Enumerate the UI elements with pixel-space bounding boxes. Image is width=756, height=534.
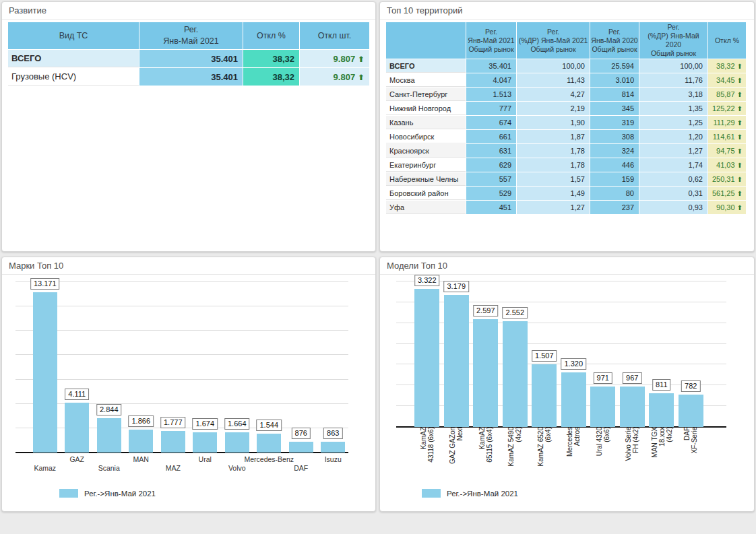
column-header[interactable]: Откл % xyxy=(243,22,299,49)
value-cell[interactable]: 1,87 xyxy=(517,130,590,143)
value-cell[interactable]: 1,74 xyxy=(639,158,707,172)
column-header[interactable]: Рег. (%ДР) Янв-Май 2021 Общий рынок xyxy=(517,22,590,59)
value-cell[interactable]: 1,90 xyxy=(517,116,590,129)
value-cell[interactable]: 35.401 xyxy=(139,50,243,67)
table-row[interactable]: Москва4.04711,433.01011,7634,45 ⬆ xyxy=(386,73,746,87)
value-cell[interactable]: 674 xyxy=(466,116,516,129)
value-cell[interactable]: 529 xyxy=(466,187,516,200)
value-cell[interactable]: 345 xyxy=(590,102,639,115)
value-cell[interactable]: 557 xyxy=(466,172,516,186)
row-label-cell[interactable]: Красноярск xyxy=(386,144,466,158)
table-row[interactable]: Набережные Челны5571,571590,62250,31 ⬆ xyxy=(386,172,746,186)
value-cell[interactable]: 38,32 xyxy=(243,50,299,67)
bar[interactable] xyxy=(590,387,615,427)
value-cell[interactable]: 3.010 xyxy=(590,73,639,87)
value-cell[interactable]: 35.401 xyxy=(466,59,516,73)
table-row[interactable]: Уфа4511,272370,9390,30 ⬆ xyxy=(386,201,746,214)
bar[interactable] xyxy=(620,387,645,427)
table-row[interactable]: Красноярск6311,783241,2794,75 ⬆ xyxy=(386,144,746,158)
value-cell[interactable]: 1,27 xyxy=(517,201,590,214)
value-cell[interactable]: 0,62 xyxy=(639,172,707,186)
value-cell[interactable]: 631 xyxy=(466,144,516,158)
value-cell[interactable]: 1,35 xyxy=(639,102,707,115)
column-header[interactable]: Откл % xyxy=(708,22,746,59)
row-label-cell[interactable]: Боровский район xyxy=(386,187,466,200)
value-cell[interactable]: 9.807 ⬆ xyxy=(300,50,369,67)
table-row[interactable]: Нижний Новгород7772,193451,35125,22 ⬆ xyxy=(386,102,746,115)
value-cell[interactable]: 114,61 ⬆ xyxy=(708,130,746,143)
value-cell[interactable]: 34,45 ⬆ xyxy=(708,73,746,87)
bar[interactable] xyxy=(97,418,121,453)
bar[interactable] xyxy=(321,442,345,453)
legend[interactable]: Рег.->Янв-Май 2021 xyxy=(59,489,156,498)
value-cell[interactable]: 38,32 ⬆ xyxy=(708,59,746,73)
value-cell[interactable]: 80 xyxy=(590,187,639,200)
value-cell[interactable]: 100,00 xyxy=(517,59,590,73)
row-label-cell[interactable]: Нижний Новгород xyxy=(386,102,466,115)
value-cell[interactable]: 25.594 xyxy=(590,59,639,73)
value-cell[interactable]: 319 xyxy=(590,116,639,129)
row-label-cell[interactable]: Грузовые (HCV) xyxy=(8,68,139,86)
value-cell[interactable]: 9.807 ⬆ xyxy=(300,68,369,86)
column-header[interactable]: Рег. Янв-Май 2021 xyxy=(139,22,243,49)
value-cell[interactable]: 1,78 xyxy=(517,158,590,172)
bar[interactable] xyxy=(225,432,249,453)
column-header[interactable]: Рег. Янв-Май 2020 Общий рынок xyxy=(590,22,639,59)
value-cell[interactable]: 1,20 xyxy=(639,130,707,143)
column-header[interactable]: Откл шт. xyxy=(300,22,369,49)
column-header[interactable]: Вид ТС xyxy=(8,22,139,49)
table-row[interactable]: Боровский район5291,49800,31561,25 ⬆ xyxy=(386,187,746,200)
value-cell[interactable]: 85,87 ⬆ xyxy=(708,88,746,101)
bar[interactable] xyxy=(414,289,439,427)
bar[interactable] xyxy=(561,372,586,427)
bar[interactable] xyxy=(503,321,528,427)
bar[interactable] xyxy=(161,431,185,453)
column-header[interactable] xyxy=(386,22,466,59)
bar[interactable] xyxy=(444,295,469,427)
table-row[interactable]: ВСЕГО35.40138,329.807 ⬆ xyxy=(8,50,369,67)
value-cell[interactable]: 4,27 xyxy=(517,88,590,101)
value-cell[interactable]: 4.047 xyxy=(466,73,516,87)
value-cell[interactable]: 451 xyxy=(466,201,516,214)
value-cell[interactable]: 561,25 ⬆ xyxy=(708,187,746,200)
row-label-cell[interactable]: Москва xyxy=(386,73,466,87)
value-cell[interactable]: 11,43 xyxy=(517,73,590,87)
value-cell[interactable]: 814 xyxy=(590,88,639,101)
bar[interactable] xyxy=(129,430,153,453)
value-cell[interactable]: 159 xyxy=(590,172,639,186)
value-cell[interactable]: 41,03 ⬆ xyxy=(708,158,746,172)
bar[interactable] xyxy=(193,432,217,453)
value-cell[interactable]: 0,93 xyxy=(639,201,707,214)
value-cell[interactable]: 100,00 xyxy=(639,59,707,73)
bar[interactable] xyxy=(532,364,557,427)
value-cell[interactable]: 3,18 xyxy=(639,88,707,101)
value-cell[interactable]: 629 xyxy=(466,158,516,172)
value-cell[interactable]: 11,76 xyxy=(639,73,707,87)
value-cell[interactable]: 1,78 xyxy=(517,144,590,158)
value-cell[interactable]: 308 xyxy=(590,130,639,143)
row-label-cell[interactable]: ВСЕГО xyxy=(386,59,466,73)
row-label-cell[interactable]: Казань xyxy=(386,116,466,129)
value-cell[interactable]: 324 xyxy=(590,144,639,158)
value-cell[interactable]: 35.401 xyxy=(139,68,243,86)
bar[interactable] xyxy=(473,319,498,427)
value-cell[interactable]: 661 xyxy=(466,130,516,143)
row-label-cell[interactable]: ВСЕГО xyxy=(8,50,139,67)
bar[interactable] xyxy=(65,403,89,453)
row-label-cell[interactable]: Екатеринбург xyxy=(386,158,466,172)
bar[interactable] xyxy=(679,395,703,427)
table-row[interactable]: ВСЕГО35.401100,0025.594100,0038,32 ⬆ xyxy=(386,59,746,73)
value-cell[interactable]: 1,27 xyxy=(639,144,707,158)
bar[interactable] xyxy=(649,393,674,427)
value-cell[interactable]: 1,57 xyxy=(517,172,590,186)
table-row[interactable]: Новосибирск6611,873081,20114,61 ⬆ xyxy=(386,130,746,143)
value-cell[interactable]: 125,22 ⬆ xyxy=(708,102,746,115)
value-cell[interactable]: 1,25 xyxy=(639,116,707,129)
value-cell[interactable]: 446 xyxy=(590,158,639,172)
table-row[interactable]: Грузовые (HCV)35.40138,329.807 ⬆ xyxy=(8,68,369,86)
value-cell[interactable]: 1,49 xyxy=(517,187,590,200)
row-label-cell[interactable]: Новосибирск xyxy=(386,130,466,143)
bar[interactable] xyxy=(289,442,313,453)
value-cell[interactable]: 0,31 xyxy=(639,187,707,200)
value-cell[interactable]: 94,75 ⬆ xyxy=(708,144,746,158)
